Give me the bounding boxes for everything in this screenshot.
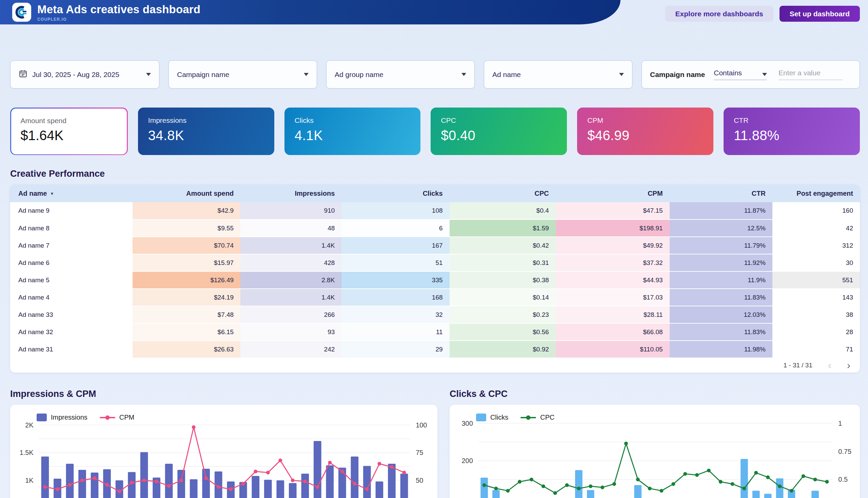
metric-cell: 266 xyxy=(240,306,342,323)
cpc-legend-label: CPC xyxy=(540,414,555,421)
metric-cell: 312 xyxy=(772,237,860,254)
creative-performance-table-card: Ad name▼Amount spendImpressionsClicksCPC… xyxy=(10,185,860,372)
clicks-cpc-chart-card: Clicks CPC 30020010.750.5 xyxy=(450,405,860,498)
ad-name-cell: Ad name 31 xyxy=(10,341,133,358)
ad-name-cell: Ad name 4 xyxy=(10,289,133,306)
metric-cell: $0.38 xyxy=(450,271,556,289)
metric-cell: $126.49 xyxy=(133,271,240,289)
cpm-legend-swatch xyxy=(100,417,115,418)
campaign-name-select-label: Campaign name xyxy=(177,70,229,79)
svg-text:75: 75 xyxy=(416,449,423,456)
metric-cell: 30 xyxy=(772,254,860,271)
svg-text:0.75: 0.75 xyxy=(838,448,851,455)
metric-cell: $110.05 xyxy=(556,341,670,358)
metric-cell: 93 xyxy=(240,323,342,341)
metric-cell: 1.4K xyxy=(240,237,342,254)
kpi-label: CPM xyxy=(587,116,703,124)
column-header-ctr[interactable]: CTR xyxy=(670,185,772,202)
metric-cell: $26.63 xyxy=(133,341,240,358)
ad-name-cell: Ad name 9 xyxy=(10,202,133,220)
clicks-legend-swatch xyxy=(476,414,486,421)
table-row: Ad name 9$42.9910108$0.4$47.1511.87%160 xyxy=(10,202,860,220)
date-range-picker[interactable]: Jul 30, 2025 - Aug 28, 2025 xyxy=(10,61,159,89)
metric-cell: 11.9% xyxy=(670,271,772,289)
ad-name-cell: Ad name 7 xyxy=(10,237,133,254)
kpi-label: Amount spend xyxy=(21,117,118,125)
metric-cell: 38 xyxy=(772,306,860,323)
metric-cell: $28.11 xyxy=(556,306,670,323)
kpi-card-cpm: CPM $46.99 xyxy=(577,107,713,155)
metric-cell: $47.15 xyxy=(556,202,670,220)
column-header-post-engagement[interactable]: Post engagement xyxy=(772,185,860,202)
table-row: Ad name 5$126.492.8K335$0.38$44.9311.9%5… xyxy=(10,271,860,289)
cpc-legend-swatch xyxy=(520,417,536,418)
ad-name-select[interactable]: Ad name xyxy=(484,61,632,89)
kpi-row: Amount spend $1.64KImpressions 34.8KClic… xyxy=(10,107,860,155)
campaign-name-select[interactable]: Campaign name xyxy=(169,61,317,89)
set-up-dashboard-button[interactable]: Set up dashboard xyxy=(779,6,860,22)
condition-value-input[interactable] xyxy=(778,69,843,80)
metric-cell: 11.98% xyxy=(670,341,772,358)
column-header-cpm[interactable]: CPM xyxy=(556,185,670,202)
clicks-cpc-legend: Clicks CPC xyxy=(476,414,555,421)
column-header-clicks[interactable]: Clicks xyxy=(342,185,449,202)
table-header-row: Ad name▼Amount spendImpressionsClicksCPC… xyxy=(10,185,860,202)
creative-performance-table: Ad name▼Amount spendImpressionsClicksCPC… xyxy=(10,185,860,358)
metric-cell: $17.03 xyxy=(556,289,670,306)
metric-cell: 6 xyxy=(342,220,449,237)
table-row: Ad name 31$26.6324229$0.92$110.0511.98%7… xyxy=(10,341,860,358)
condition-operator-select[interactable]: Contains xyxy=(714,69,767,80)
kpi-value: 4.1K xyxy=(295,128,411,143)
metric-cell: 12.5% xyxy=(670,220,772,237)
metric-cell: 11.79% xyxy=(670,237,772,254)
metric-cell: 108 xyxy=(342,202,449,220)
metric-cell: 335 xyxy=(342,271,449,289)
explore-more-dashboards-button[interactable]: Explore more dashboards xyxy=(665,6,773,22)
creative-performance-title: Creative Performance xyxy=(10,169,860,179)
kpi-value: $1.64K xyxy=(21,128,118,143)
impressions-cpm-chart-card: Impressions CPM 2K1.5K1K1007550 xyxy=(10,405,437,498)
kpi-value: 11.88% xyxy=(734,128,850,143)
metric-cell: 428 xyxy=(240,254,342,271)
kpi-card-cpc: CPC $0.40 xyxy=(431,107,567,155)
metric-cell: 167 xyxy=(342,237,449,254)
svg-text:2K: 2K xyxy=(25,421,34,429)
chevron-down-icon xyxy=(619,73,624,76)
impressions-legend-swatch xyxy=(37,414,47,421)
kpi-value: $0.40 xyxy=(441,128,557,143)
table-row: Ad name 32$6.159311$0.56$66.0811.83%28 xyxy=(10,323,860,341)
metric-cell: 11 xyxy=(342,323,449,341)
kpi-value: 34.8K xyxy=(148,128,264,143)
table-row: Ad name 33$7.4826632$0.23$28.1112.03%38 xyxy=(10,306,860,323)
pagination-next-icon[interactable]: › xyxy=(847,360,850,370)
metric-cell: 32 xyxy=(342,306,449,323)
svg-text:100: 100 xyxy=(416,421,427,429)
svg-text:1.5K: 1.5K xyxy=(20,449,34,456)
svg-text:50: 50 xyxy=(416,477,423,484)
ad-group-name-select-label: Ad group name xyxy=(335,70,384,79)
metric-cell: $0.23 xyxy=(450,306,556,323)
ad-group-name-select[interactable]: Ad group name xyxy=(326,61,475,89)
column-header-cpc[interactable]: CPC xyxy=(450,185,556,202)
metric-cell: $0.42 xyxy=(450,237,556,254)
metric-cell: $44.93 xyxy=(556,271,670,289)
clicks-legend-label: Clicks xyxy=(490,414,508,421)
metric-cell: 1.4K xyxy=(240,289,342,306)
kpi-label: Impressions xyxy=(148,116,264,124)
brand-subtitle: COUPLER.IO xyxy=(37,17,200,22)
metric-cell: $0.14 xyxy=(450,289,556,306)
metric-cell: 11.83% xyxy=(670,323,772,341)
kpi-value: $46.99 xyxy=(587,128,703,143)
column-header-impressions[interactable]: Impressions xyxy=(240,185,342,202)
pagination-range: 1 - 31 / 31 xyxy=(783,362,812,369)
kpi-label: Clicks xyxy=(295,116,411,124)
pagination-prev-icon[interactable]: ‹ xyxy=(828,360,831,370)
column-header-amount-spend[interactable]: Amount spend xyxy=(133,185,240,202)
column-header-ad-name[interactable]: Ad name▼ xyxy=(10,185,133,202)
table-row: Ad name 8$9.55486$1.59$198.9112.5%42 xyxy=(10,220,860,237)
cpm-legend-label: CPM xyxy=(119,414,134,421)
metric-cell: $1.59 xyxy=(450,220,556,237)
metric-cell: 551 xyxy=(772,271,860,289)
metric-cell: $42.9 xyxy=(133,202,240,220)
metric-cell: $70.74 xyxy=(133,237,240,254)
